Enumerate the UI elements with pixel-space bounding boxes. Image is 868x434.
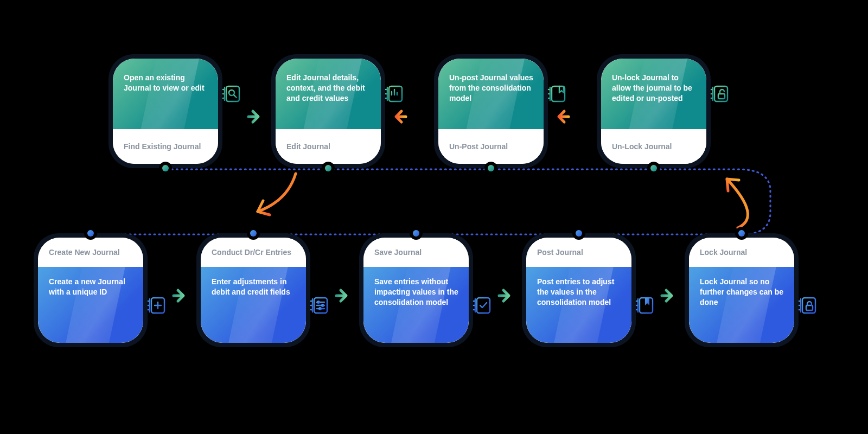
svg-rect-14 <box>806 305 813 310</box>
arrow-unpost-to-edit <box>392 106 425 127</box>
card-create-new-journal: Create New Journal Create a new Journal … <box>34 233 148 347</box>
card-title: Un-Post Journal <box>438 129 544 164</box>
card-title: Find Existing Journal <box>113 129 218 164</box>
arrow-find-to-edit <box>229 106 263 127</box>
card-post-journal: Post Journal Post entries to adjust the … <box>522 233 636 347</box>
card-lock-journal: Lock Journal Lock Journal so no further … <box>685 233 799 347</box>
arrow-create-to-conduct <box>154 285 188 307</box>
search-doc-icon <box>219 81 244 106</box>
svg-rect-0 <box>226 86 239 101</box>
card-title: Un-Lock Journal <box>601 129 706 164</box>
svg-rect-5 <box>718 94 725 99</box>
arrow-unlock-to-unpost <box>554 106 588 127</box>
connection-dot <box>84 227 97 240</box>
svg-rect-3 <box>552 86 565 101</box>
chart-doc-icon <box>382 81 407 106</box>
bookmark-doc-icon <box>545 81 570 106</box>
card-save-journal: Save Journal Save entries without impact… <box>359 233 473 347</box>
cross-arrow-edit-to-create <box>258 174 296 212</box>
arrow-save-to-post <box>480 285 513 307</box>
card-desc: Save entries without impacting values in… <box>374 277 460 326</box>
connection-dot <box>647 162 660 175</box>
svg-point-10 <box>319 308 321 310</box>
cross-arrow-lock-to-unlock <box>727 179 748 228</box>
card-conduct-entries: Conduct Dr/Cr Entries Enter adjustments … <box>196 233 310 347</box>
card-desc: Create a new Journal with a unique ID <box>49 277 135 326</box>
card-desc: Un-lock Journal to allow the journal to … <box>612 73 698 104</box>
card-desc: Lock Journal so no further changes can b… <box>700 277 786 326</box>
connection-dot <box>159 162 172 175</box>
card-desc: Un-post Journal values from the consolid… <box>449 73 535 104</box>
arrow-post-to-lock <box>642 285 676 307</box>
card-unpost-journal: Un-post Journal values from the consolid… <box>434 54 548 168</box>
lock-doc-icon <box>795 293 820 318</box>
card-edit-journal: Edit Journal details, context, and the d… <box>271 54 385 168</box>
card-title: Edit Journal <box>276 129 381 164</box>
card-desc: Open an existing Journal to view or edit <box>124 73 209 93</box>
unlock-doc-icon <box>707 81 732 106</box>
card-desc: Edit Journal details, context, and the d… <box>286 73 372 104</box>
connection-dot <box>322 162 335 175</box>
card-desc: Enter adjustments in debit and credit fi… <box>212 277 297 326</box>
connection-dot <box>410 227 423 240</box>
card-desc: Post entries to adjust the values in the… <box>537 277 623 326</box>
dotted-process-path <box>91 169 770 234</box>
bottom-row: Create New Journal Create a new Journal … <box>34 233 799 347</box>
svg-rect-2 <box>389 86 402 101</box>
card-find-existing-journal: Open an existing Journal to view or edit… <box>108 54 222 168</box>
connection-dot <box>735 227 748 240</box>
arrow-conduct-to-save <box>317 285 350 307</box>
top-row: Open an existing Journal to view or edit… <box>108 54 711 168</box>
connection-dot <box>484 162 497 175</box>
connection-dot <box>572 227 585 240</box>
connection-dot <box>247 227 260 240</box>
card-unlock-journal: Un-lock Journal to allow the journal to … <box>597 54 711 168</box>
